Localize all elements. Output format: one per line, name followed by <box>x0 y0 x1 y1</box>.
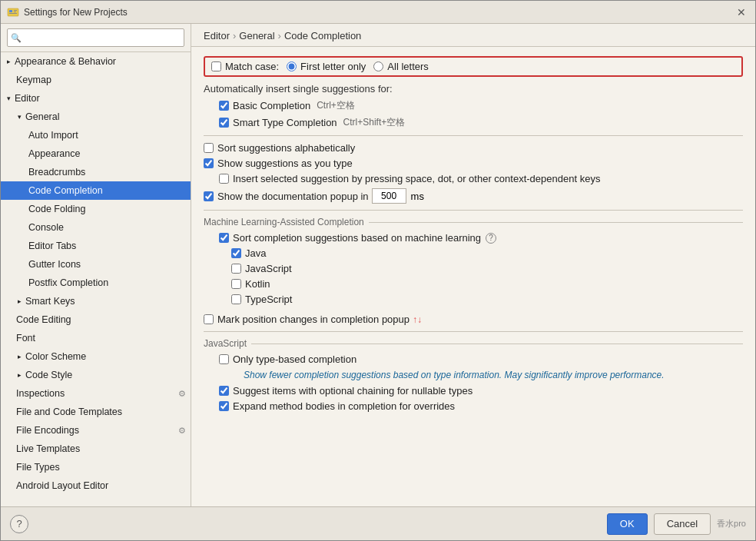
breadcrumb-editor: Editor <box>204 30 230 41</box>
only-type-checkbox[interactable] <box>219 354 229 364</box>
show-as-type-checkbox[interactable] <box>204 158 214 168</box>
javascript-checkbox[interactable] <box>231 264 241 274</box>
show-doc-popup-checkbox[interactable] <box>204 191 214 201</box>
radio-all-letters[interactable] <box>373 61 383 71</box>
show-doc-popup-text: Show the documentation popup in <box>217 191 369 202</box>
svg-rect-0 <box>8 8 18 16</box>
help-button[interactable]: ? <box>10 515 28 533</box>
sidebar-item-smart-keys[interactable]: Smart Keys <box>1 292 191 310</box>
sidebar-item-appearance[interactable]: Appearance <box>1 144 191 163</box>
ml-sort-text: Sort completion suggestions based on mac… <box>233 232 481 244</box>
search-input[interactable] <box>7 28 184 47</box>
radio-first-letter[interactable] <box>287 61 297 71</box>
sidebar-label: Editor Tabs <box>28 241 191 251</box>
ml-sort-checkbox[interactable] <box>219 233 229 243</box>
mark-position-row: Mark position changes in completion popu… <box>204 314 743 325</box>
show-as-type-text: Show suggestions as you type <box>217 158 353 169</box>
basic-completion-label[interactable]: Basic Completion <box>219 100 310 111</box>
expand-method-label[interactable]: Expand method bodies in completion for o… <box>219 400 455 412</box>
sidebar-label: Color Scheme <box>25 351 191 362</box>
insert-space-checkbox[interactable] <box>219 174 229 184</box>
sidebar-label: Appearance & Behavior <box>15 56 191 67</box>
insert-space-row: Insert selected suggestion by pressing s… <box>204 173 743 184</box>
sidebar-item-postfix-completion[interactable]: Postfix Completion <box>1 274 191 292</box>
expand-method-checkbox[interactable] <box>219 401 229 411</box>
mark-position-checkbox[interactable] <box>204 314 214 324</box>
sidebar-item-gutter-icons[interactable]: Gutter Icons <box>1 255 191 274</box>
kotlin-label[interactable]: Kotlin <box>231 278 270 290</box>
typescript-checkbox[interactable] <box>231 294 241 304</box>
sidebar-item-file-encodings[interactable]: File Encodings ⚙ <box>1 421 191 440</box>
sidebar-item-breadcrumbs[interactable]: Breadcrumbs <box>1 163 191 181</box>
cancel-button[interactable]: Cancel <box>654 513 711 535</box>
sidebar-label: File and Code Templates <box>16 407 191 417</box>
javascript-row: JavaScript <box>204 263 743 274</box>
collapse-icon <box>15 297 24 306</box>
sidebar-item-code-folding[interactable]: Code Folding <box>1 200 191 218</box>
ml-sort-label[interactable]: Sort completion suggestions based on mac… <box>219 232 481 244</box>
mark-position-label[interactable]: Mark position changes in completion popu… <box>204 314 410 325</box>
sidebar-item-code-style[interactable]: Code Style <box>1 366 191 384</box>
sidebar-item-keymap[interactable]: Keymap <box>1 71 191 89</box>
sidebar-item-auto-import[interactable]: Auto Import <box>1 126 191 144</box>
svg-rect-2 <box>14 10 17 11</box>
sidebar-label: Font <box>16 333 191 344</box>
sidebar-item-appearance-behavior[interactable]: Appearance & Behavior <box>1 52 191 71</box>
sidebar-item-console[interactable]: Console <box>1 218 191 237</box>
show-as-type-label[interactable]: Show suggestions as you type <box>204 158 353 169</box>
sidebar-item-editor[interactable]: Editor <box>1 89 191 108</box>
sort-alpha-label[interactable]: Sort suggestions alphabetically <box>204 142 355 154</box>
sidebar-item-file-code-templates[interactable]: File and Code Templates <box>1 403 191 421</box>
smart-completion-checkbox[interactable] <box>219 118 229 128</box>
sidebar-item-code-completion[interactable]: Code Completion <box>1 181 191 200</box>
ml-section-label: Machine Learning-Assisted Completion <box>204 217 364 227</box>
sidebar-item-general[interactable]: General <box>1 108 191 126</box>
sidebar-item-font[interactable]: Font <box>1 329 191 347</box>
show-doc-popup-row: Show the documentation popup in ms <box>204 188 743 204</box>
kotlin-checkbox[interactable] <box>231 279 241 289</box>
sidebar-label: File Types <box>16 462 191 473</box>
popup-ms-input[interactable] <box>372 188 406 204</box>
sidebar-item-live-templates[interactable]: Live Templates <box>1 440 191 458</box>
suggest-optional-label[interactable]: Suggest items with optional chaining for… <box>219 385 472 397</box>
ml-section-header: Machine Learning-Assisted Completion <box>204 217 743 227</box>
radio-all-letters-label[interactable]: All letters <box>373 61 428 72</box>
java-label[interactable]: Java <box>231 247 266 259</box>
basic-completion-checkbox[interactable] <box>219 101 229 111</box>
match-case-checkbox[interactable] <box>211 61 221 71</box>
only-type-label[interactable]: Only type-based completion <box>219 353 356 365</box>
sidebar-item-inspections[interactable]: Inspections ⚙ <box>1 384 191 403</box>
sidebar-item-editor-tabs[interactable]: Editor Tabs <box>1 237 191 255</box>
java-row: Java <box>204 247 743 259</box>
match-case-label[interactable]: Match case: <box>211 61 279 72</box>
insert-space-label[interactable]: Insert selected suggestion by pressing s… <box>219 173 600 184</box>
sidebar-label: Smart Keys <box>25 296 191 307</box>
sidebar-item-android-layout[interactable]: Android Layout Editor <box>1 476 191 495</box>
basic-shortcut: Ctrl+空格 <box>317 99 355 112</box>
show-doc-popup-label[interactable]: Show the documentation popup in <box>204 191 369 202</box>
kotlin-row: Kotlin <box>204 278 743 290</box>
suggest-optional-checkbox[interactable] <box>219 386 229 396</box>
auto-insert-heading: Automatically insert single suggestions … <box>204 83 743 95</box>
collapse-icon <box>15 370 24 380</box>
typescript-label[interactable]: TypeScript <box>231 294 292 305</box>
close-button[interactable]: ✕ <box>734 5 749 20</box>
sidebar: 🔍 Appearance & Behavior Keymap Editor <box>1 24 191 506</box>
only-type-text: Only type-based completion <box>233 353 356 365</box>
sort-alpha-checkbox[interactable] <box>204 143 214 153</box>
radio-first-letter-label[interactable]: First letter only <box>287 61 366 72</box>
only-type-sub: Show fewer completion suggestions based … <box>204 369 743 380</box>
javascript-label[interactable]: JavaScript <box>231 263 292 274</box>
java-checkbox[interactable] <box>231 248 241 258</box>
ml-help-icon[interactable]: ? <box>486 233 496 244</box>
sidebar-item-color-scheme[interactable]: Color Scheme <box>1 347 191 366</box>
sidebar-label: Breadcrumbs <box>28 167 191 178</box>
sidebar-label: Console <box>28 222 191 233</box>
smart-completion-label[interactable]: Smart Type Completion <box>219 117 337 128</box>
sort-alpha-row: Sort suggestions alphabetically <box>204 142 743 154</box>
collapse-icon <box>4 57 13 66</box>
sidebar-item-code-editing[interactable]: Code Editing <box>1 310 191 329</box>
breadcrumb-code-completion: Code Completion <box>284 30 361 41</box>
sidebar-item-file-types[interactable]: File Types <box>1 458 191 476</box>
ok-button[interactable]: OK <box>607 513 648 535</box>
